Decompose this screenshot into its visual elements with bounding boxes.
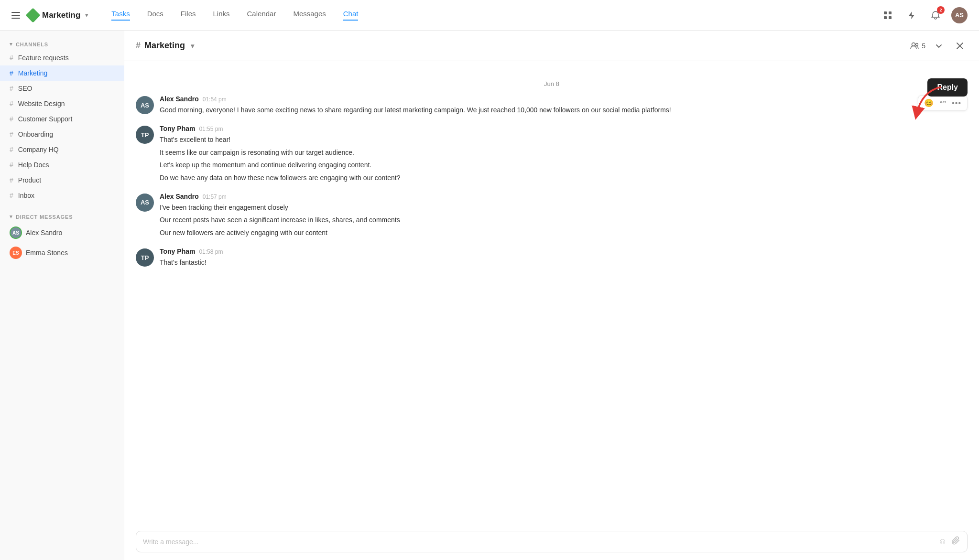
emoji-reaction-button[interactable]: 😊 bbox=[922, 250, 935, 261]
svg-rect-3 bbox=[889, 16, 892, 19]
tab-tasks[interactable]: Tasks bbox=[111, 10, 130, 21]
dm-section-header[interactable]: ▾ DIRECT MESSAGES bbox=[0, 211, 124, 223]
tab-messages[interactable]: Messages bbox=[293, 10, 326, 21]
msg-author-name: Tony Pham bbox=[160, 248, 195, 255]
main-layout: ▾ CHANNELS # Feature requests # Marketin… bbox=[0, 31, 979, 560]
sidebar-item-label: Company HQ bbox=[18, 146, 59, 153]
sidebar-item-company-hq[interactable]: # Company HQ bbox=[0, 142, 124, 157]
sidebar-item-label: Product bbox=[18, 176, 41, 184]
hash-icon: # bbox=[10, 130, 13, 138]
msg-content: Alex Sandro 01:54 pm Good morning, every… bbox=[160, 95, 968, 115]
channels-chevron-icon: ▾ bbox=[10, 41, 13, 47]
svg-rect-2 bbox=[884, 16, 887, 19]
msg-header: Alex Sandro 01:54 pm bbox=[160, 95, 968, 103]
tab-chat[interactable]: Chat bbox=[343, 10, 359, 21]
date-divider: Jun 8 bbox=[136, 80, 968, 87]
msg-content: Tony Pham 01:55 pm That's excellent to h… bbox=[160, 125, 968, 183]
hash-icon: # bbox=[10, 176, 13, 184]
tab-files[interactable]: Files bbox=[181, 10, 196, 21]
sidebar-item-label: Help Docs bbox=[18, 161, 49, 169]
emoji-reaction-button[interactable]: 😊 bbox=[922, 195, 935, 206]
msg-time: 01:54 pm bbox=[203, 96, 227, 103]
msg-author-name: Alex Sandro bbox=[160, 95, 199, 103]
dm-chevron-icon: ▾ bbox=[10, 214, 13, 220]
msg-text: That's fantastic! bbox=[160, 257, 968, 268]
messages-container: Jun 8 AS Alex Sandro 01:54 pm Good morni… bbox=[124, 61, 979, 523]
hash-icon: # bbox=[10, 161, 13, 169]
msg-text: That's excellent to hear! It seems like … bbox=[160, 134, 968, 183]
emoji-input-button[interactable]: ☺ bbox=[938, 537, 947, 547]
msg-line: Do we have any data on how these new fol… bbox=[160, 172, 968, 183]
quote-button[interactable]: “” bbox=[937, 195, 948, 205]
sidebar-item-website-design[interactable]: # Website Design bbox=[0, 96, 124, 111]
msg-content: Tony Pham 01:58 pm That's fantastic! bbox=[160, 248, 968, 268]
tab-calendar[interactable]: Calendar bbox=[247, 10, 276, 21]
hash-icon: # bbox=[10, 54, 13, 62]
tab-links[interactable]: Links bbox=[213, 10, 230, 21]
msg-time: 01:58 pm bbox=[199, 248, 223, 255]
sidebar-item-label: Website Design bbox=[18, 100, 65, 108]
more-options-button[interactable]: ••• bbox=[950, 98, 963, 108]
user-avatar[interactable]: AS bbox=[951, 7, 968, 23]
quote-button[interactable]: “” bbox=[937, 251, 948, 260]
chat-wrapper: Reply # Marketing ▾ 5 bbox=[124, 31, 979, 560]
sidebar: ▾ CHANNELS # Feature requests # Marketin… bbox=[0, 31, 124, 560]
sidebar-item-label: Inbox bbox=[18, 192, 34, 199]
channel-name: Marketing bbox=[144, 41, 185, 51]
msg-author-avatar: TP bbox=[136, 248, 154, 267]
sidebar-item-emma-stones[interactable]: ES Emma Stones bbox=[0, 243, 124, 263]
close-button[interactable] bbox=[952, 38, 968, 54]
more-options-button[interactable]: ••• bbox=[950, 250, 963, 261]
alex-sandro-avatar: AS bbox=[10, 226, 22, 239]
sidebar-item-label: Marketing bbox=[18, 69, 47, 77]
collapse-button[interactable] bbox=[931, 38, 946, 54]
hash-icon: # bbox=[10, 192, 13, 199]
members-button[interactable]: 5 bbox=[910, 42, 925, 50]
sidebar-item-feature-requests[interactable]: # Feature requests bbox=[0, 50, 124, 65]
sidebar-item-help-docs[interactable]: # Help Docs bbox=[0, 157, 124, 172]
message-input-wrapper: ☺ bbox=[136, 531, 968, 552]
attachment-button[interactable] bbox=[952, 536, 960, 547]
sidebar-item-alex-sandro[interactable]: AS Alex Sandro bbox=[0, 223, 124, 243]
message-group: TP Tony Pham 01:58 pm That's fantastic! … bbox=[136, 248, 968, 268]
tab-docs[interactable]: Docs bbox=[147, 10, 163, 21]
hamburger-button[interactable] bbox=[11, 12, 20, 19]
hash-icon: # bbox=[10, 146, 13, 153]
channel-chevron-icon[interactable]: ▾ bbox=[191, 42, 194, 50]
sidebar-item-marketing[interactable]: # Marketing bbox=[0, 65, 124, 81]
hash-icon: # bbox=[10, 115, 13, 123]
sidebar-item-inbox[interactable]: # Inbox bbox=[0, 188, 124, 203]
more-options-button[interactable]: ••• bbox=[950, 195, 963, 205]
dm-label: DIRECT MESSAGES bbox=[16, 214, 73, 220]
msg-author-avatar: AS bbox=[136, 96, 154, 114]
message-input[interactable] bbox=[143, 538, 934, 546]
emoji-reaction-button[interactable]: 😊 bbox=[922, 127, 935, 138]
message-group: AS Alex Sandro 01:54 pm Good morning, ev… bbox=[136, 95, 968, 115]
sidebar-item-product[interactable]: # Product bbox=[0, 172, 124, 188]
quote-button[interactable]: “” bbox=[937, 98, 948, 108]
msg-actions-bar: 😊 “” ••• bbox=[918, 95, 968, 111]
more-options-button[interactable]: ••• bbox=[950, 128, 963, 138]
lightning-button[interactable] bbox=[903, 7, 920, 23]
msg-line: That's fantastic! bbox=[160, 257, 968, 268]
notification-badge: 2 bbox=[937, 6, 945, 14]
channel-title: # Marketing ▾ bbox=[136, 41, 194, 51]
sidebar-item-seo[interactable]: # SEO bbox=[0, 81, 124, 96]
msg-line: That's excellent to hear! bbox=[160, 134, 968, 145]
notification-button[interactable]: 2 bbox=[927, 7, 944, 23]
quote-button[interactable]: “” bbox=[937, 128, 948, 138]
hash-icon: # bbox=[10, 100, 13, 108]
sidebar-item-onboarding[interactable]: # Onboarding bbox=[0, 127, 124, 142]
brand-chevron-icon: ▾ bbox=[85, 11, 88, 19]
apps-grid-button[interactable] bbox=[880, 7, 896, 23]
msg-text: Good morning, everyone! I have some exci… bbox=[160, 105, 968, 115]
channels-section-header[interactable]: ▾ CHANNELS bbox=[0, 38, 124, 50]
sidebar-item-customer-support[interactable]: # Customer Support bbox=[0, 111, 124, 127]
msg-header: Tony Pham 01:58 pm bbox=[160, 248, 968, 255]
brand-logo[interactable]: Marketing ▾ bbox=[28, 10, 88, 21]
message-group: TP Tony Pham 01:55 pm That's excellent t… bbox=[136, 125, 968, 183]
emoji-reaction-button[interactable]: 😊 bbox=[922, 97, 935, 108]
msg-line: Our new followers are actively engaging … bbox=[160, 227, 968, 238]
chat-header-right: 5 bbox=[910, 38, 968, 54]
dm-section: ▾ DIRECT MESSAGES AS Alex Sandro ES Emma… bbox=[0, 211, 124, 263]
